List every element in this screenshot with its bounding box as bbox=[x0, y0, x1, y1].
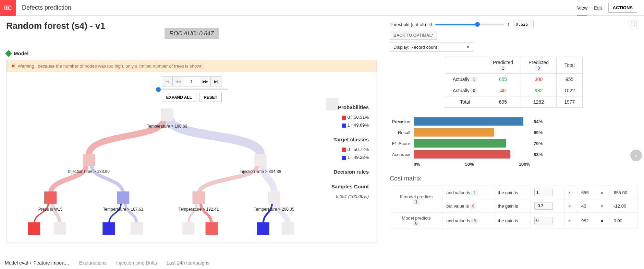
svg-rect-1 bbox=[6, 7, 7, 9]
svg-rect-2 bbox=[8, 7, 9, 9]
svg-text:Temperature > 192.41: Temperature > 192.41 bbox=[179, 207, 219, 212]
chevron-down-icon: ▼ bbox=[466, 45, 470, 49]
svg-rect-12 bbox=[193, 191, 205, 204]
svg-rect-25 bbox=[282, 222, 294, 235]
threshold-row: Threshold (cut-off) 0 1 bbox=[390, 21, 638, 28]
warning-text: Warning : because the number of nodes wa… bbox=[18, 63, 204, 69]
right-panel: ⛶ Threshold (cut-off) 0 1 BACK TO OPTIMA… bbox=[384, 16, 644, 256]
roc-auc-badge: ROC AUC: 0.847 bbox=[165, 28, 219, 39]
svg-rect-13 bbox=[268, 191, 280, 204]
metrics-chart: Precision94%Recall69%F1-Score79%Accuracy… bbox=[390, 116, 638, 167]
bottom-tab-last-24h[interactable]: Last 24h campaigns bbox=[167, 260, 209, 266]
svg-rect-11 bbox=[117, 191, 129, 204]
left-panel: Random forest (s4) - v1 ROC AUC: 0.847 M… bbox=[0, 16, 384, 256]
tab-view[interactable]: View bbox=[577, 5, 587, 15]
svg-rect-23 bbox=[206, 222, 218, 235]
model-icon bbox=[5, 50, 12, 57]
tree-legend: Probabilities 0 : 50.31% 1 : 49.69% Targ… bbox=[331, 97, 369, 200]
svg-text:InjectionTime > 304.38: InjectionTime > 304.38 bbox=[240, 169, 281, 174]
bottom-tab-injection-drifts[interactable]: Injection time Drifts bbox=[116, 260, 157, 266]
svg-text:Temperature > 190.66: Temperature > 190.66 bbox=[147, 124, 187, 129]
decision-tree[interactable]: Temperature > 190.66 InjectionTime > 133… bbox=[7, 98, 377, 243]
brand-icon[interactable] bbox=[0, 0, 16, 16]
svg-text:InjectionTime > 133.90: InjectionTime > 133.90 bbox=[68, 169, 110, 174]
svg-rect-19 bbox=[53, 222, 66, 235]
pager-last[interactable]: ▶| bbox=[210, 76, 221, 86]
svg-rect-6 bbox=[83, 154, 95, 166]
threshold-slider[interactable] bbox=[435, 24, 504, 25]
cost-matrix-title: Cost matrix bbox=[390, 175, 638, 182]
back-to-optimal-button[interactable]: BACK TO OPTIMAL* bbox=[390, 31, 437, 40]
tab-edit[interactable]: Edit bbox=[594, 5, 602, 11]
threshold-value-input[interactable] bbox=[513, 21, 534, 28]
svg-rect-24 bbox=[257, 222, 269, 235]
confusion-matrix: Predicted1 Predicted0 Total Actually 1 6… bbox=[445, 57, 583, 108]
svg-rect-3 bbox=[161, 108, 173, 121]
pager: |◀ ◀◀ ▶▶ ▶| bbox=[7, 76, 377, 86]
svg-rect-21 bbox=[131, 222, 143, 235]
pager-input[interactable] bbox=[183, 76, 200, 86]
cost-gain-input[interactable] bbox=[534, 217, 553, 224]
threshold-label: Threshold (cut-off) bbox=[390, 22, 426, 27]
topbar: Defects prediction View Edit ACTIONS bbox=[0, 0, 644, 16]
close-icon[interactable]: ✖ bbox=[11, 63, 15, 69]
tree-depth-slider[interactable] bbox=[156, 89, 228, 90]
svg-rect-7 bbox=[254, 154, 267, 166]
cost-gain-input[interactable] bbox=[534, 202, 553, 210]
legend-target-header: Target classes bbox=[331, 135, 369, 144]
svg-text:Temperature > 200.05: Temperature > 200.05 bbox=[254, 207, 294, 212]
bottom-tab-explanations[interactable]: Explanations bbox=[79, 260, 107, 266]
svg-rect-22 bbox=[182, 222, 194, 235]
bottom-tabs: Model eval + Feature import… Explanation… bbox=[0, 256, 644, 269]
actions-button[interactable]: ACTIONS bbox=[608, 3, 637, 13]
maximize-icon[interactable]: ⛶ bbox=[629, 21, 636, 28]
legend-rules-header: Decision rules bbox=[331, 167, 369, 176]
svg-rect-20 bbox=[102, 222, 115, 235]
pager-prev[interactable]: ◀◀ bbox=[172, 76, 183, 86]
svg-rect-10 bbox=[44, 191, 57, 204]
legend-samples-header: Samples Count bbox=[331, 182, 369, 191]
tree-card: ✖ Warning : because the number of nodes … bbox=[6, 60, 377, 243]
app-title: Defects prediction bbox=[22, 4, 71, 11]
pager-first[interactable]: |◀ bbox=[162, 76, 173, 86]
warning-banner: ✖ Warning : because the number of nodes … bbox=[7, 60, 377, 72]
legend-probabilities-header: Probabilities bbox=[331, 103, 369, 112]
model-row: Model bbox=[6, 50, 377, 56]
pager-next[interactable]: ▶▶ bbox=[200, 76, 211, 86]
svg-text:Press is W15: Press is W15 bbox=[38, 207, 63, 212]
cost-gain-input[interactable] bbox=[534, 189, 553, 196]
display-select[interactable]: Display: Record count ▼ bbox=[390, 43, 473, 52]
svg-rect-18 bbox=[28, 222, 40, 235]
cost-matrix-table: If model predicts1 and value is 1 the ga… bbox=[390, 186, 638, 229]
next-panel-icon[interactable]: › bbox=[630, 150, 642, 161]
model-label: Model bbox=[14, 50, 28, 56]
bottom-tab-model-eval[interactable]: Model eval + Feature import… bbox=[5, 260, 70, 266]
svg-text:Temperature > 187.61: Temperature > 187.61 bbox=[103, 207, 143, 212]
